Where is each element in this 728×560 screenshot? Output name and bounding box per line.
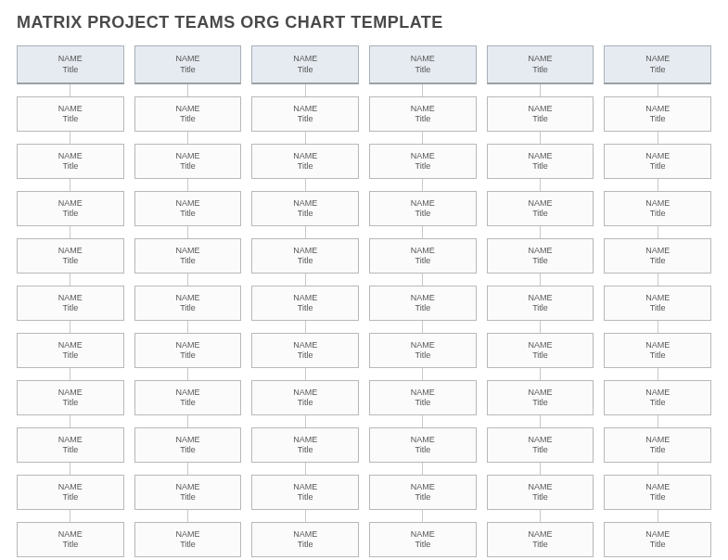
org-node[interactable]: NAMETitle (134, 96, 242, 132)
org-node[interactable]: NAMETitle (251, 191, 359, 226)
org-node-name: NAME (176, 388, 200, 398)
org-node-name: NAME (411, 482, 435, 492)
org-node[interactable]: NAMETitle (17, 522, 124, 557)
org-node-name: NAME (293, 435, 317, 445)
org-node[interactable]: NAMETitle (487, 191, 594, 226)
org-node-title: Title (415, 114, 431, 124)
org-node[interactable]: NAMETitle (134, 238, 242, 274)
connector-line (305, 368, 306, 380)
org-node[interactable]: NAMETitle (251, 380, 359, 415)
org-node[interactable]: NAMETitle (134, 333, 242, 368)
connector-line (540, 321, 541, 333)
org-node[interactable]: NAMETitle (369, 333, 477, 368)
org-node-title: Title (180, 445, 196, 455)
org-node-header[interactable]: NAMETitle (134, 45, 242, 84)
org-node[interactable]: NAMETitle (17, 286, 124, 321)
org-node-name: NAME (645, 104, 670, 114)
org-node[interactable]: NAMETitle (134, 522, 242, 557)
connector-line (422, 321, 423, 333)
org-node[interactable]: NAMETitle (251, 333, 359, 368)
connector-line (540, 510, 541, 522)
org-node[interactable]: NAMETitle (487, 144, 594, 179)
org-node-title: Title (63, 492, 79, 503)
org-node[interactable]: NAMETitle (17, 144, 124, 179)
org-node[interactable]: NAMETitle (134, 191, 242, 226)
org-node[interactable]: NAMETitle (369, 96, 477, 132)
connector-line (540, 415, 541, 427)
org-node-title: Title (650, 540, 666, 550)
org-node[interactable]: NAMETitle (487, 475, 594, 510)
org-node[interactable]: NAMETitle (251, 144, 359, 179)
org-node[interactable]: NAMETitle (369, 522, 477, 557)
org-node[interactable]: NAMETitle (134, 427, 242, 463)
org-node[interactable]: NAMETitle (369, 238, 477, 274)
org-node-title: Title (415, 65, 431, 75)
org-node[interactable]: NAMETitle (487, 333, 594, 368)
org-node[interactable]: NAMETitle (251, 238, 359, 274)
org-node-title: Title (415, 398, 431, 408)
org-node-name: NAME (176, 293, 200, 303)
org-node[interactable]: NAMETitle (134, 475, 242, 510)
org-node[interactable]: NAMETitle (17, 96, 124, 132)
org-node[interactable]: NAMETitle (369, 380, 477, 415)
org-node-title: Title (532, 209, 548, 219)
org-node[interactable]: NAMETitle (487, 427, 594, 463)
org-node[interactable]: NAMETitle (17, 238, 124, 274)
org-node[interactable]: NAMETitle (369, 144, 477, 179)
org-node[interactable]: NAMETitle (369, 427, 477, 463)
org-node[interactable]: NAMETitle (487, 522, 594, 557)
org-node-name: NAME (58, 388, 83, 398)
org-node[interactable]: NAMETitle (134, 286, 242, 321)
org-node[interactable]: NAMETitle (134, 144, 242, 179)
connector-line (70, 132, 70, 144)
connector-line (540, 132, 541, 144)
org-node[interactable]: NAMETitle (604, 144, 711, 179)
org-node[interactable]: NAMETitle (487, 286, 594, 321)
org-node[interactable]: NAMETitle (604, 191, 711, 226)
org-node-title: Title (180, 256, 196, 266)
org-node[interactable]: NAMETitle (251, 427, 359, 463)
org-node[interactable]: NAMETitle (251, 96, 359, 132)
org-node[interactable]: NAMETitle (487, 380, 594, 415)
org-node-header[interactable]: NAMETitle (604, 45, 711, 84)
org-node[interactable]: NAMETitle (17, 427, 124, 463)
org-node[interactable]: NAMETitle (604, 522, 711, 557)
org-node-name: NAME (529, 246, 553, 256)
org-node-name: NAME (176, 104, 200, 114)
org-node-header[interactable]: NAMETitle (487, 45, 594, 84)
org-node[interactable]: NAMETitle (487, 96, 594, 132)
org-node[interactable]: NAMETitle (17, 475, 124, 510)
org-node-name: NAME (529, 151, 553, 161)
org-node[interactable]: NAMETitle (369, 191, 477, 226)
org-node[interactable]: NAMETitle (369, 475, 477, 510)
org-node[interactable]: NAMETitle (369, 286, 477, 321)
org-node[interactable]: NAMETitle (251, 286, 359, 321)
org-node[interactable]: NAMETitle (604, 380, 711, 415)
org-node-header[interactable]: NAMETitle (369, 45, 477, 84)
connector-line (305, 179, 306, 191)
org-node[interactable]: NAMETitle (604, 96, 711, 132)
org-node[interactable]: NAMETitle (134, 380, 242, 415)
org-node-title: Title (180, 303, 196, 313)
org-node[interactable]: NAMETitle (604, 333, 711, 368)
org-node[interactable]: NAMETitle (604, 238, 711, 274)
org-node-header[interactable]: NAMETitle (251, 45, 359, 84)
org-node[interactable]: NAMETitle (604, 427, 711, 463)
org-node-name: NAME (176, 54, 200, 64)
connector-line (658, 321, 658, 333)
org-node-title: Title (298, 209, 313, 219)
org-node[interactable]: NAMETitle (251, 522, 359, 557)
org-node[interactable]: NAMETitle (17, 380, 124, 415)
org-node[interactable]: NAMETitle (604, 475, 711, 510)
org-node[interactable]: NAMETitle (487, 238, 594, 274)
org-node[interactable]: NAMETitle (17, 333, 124, 368)
org-chart-column: NAMETitleNAMETitleNAMETitleNAMETitleNAME… (487, 45, 594, 557)
org-node[interactable]: NAMETitle (17, 191, 124, 226)
connector-line (305, 510, 306, 522)
org-node[interactable]: NAMETitle (251, 475, 359, 510)
org-node-header[interactable]: NAMETitle (17, 45, 124, 84)
org-node[interactable]: NAMETitle (604, 286, 711, 321)
connector-line (422, 226, 423, 238)
org-node-title: Title (532, 303, 548, 313)
org-node-title: Title (63, 350, 79, 361)
